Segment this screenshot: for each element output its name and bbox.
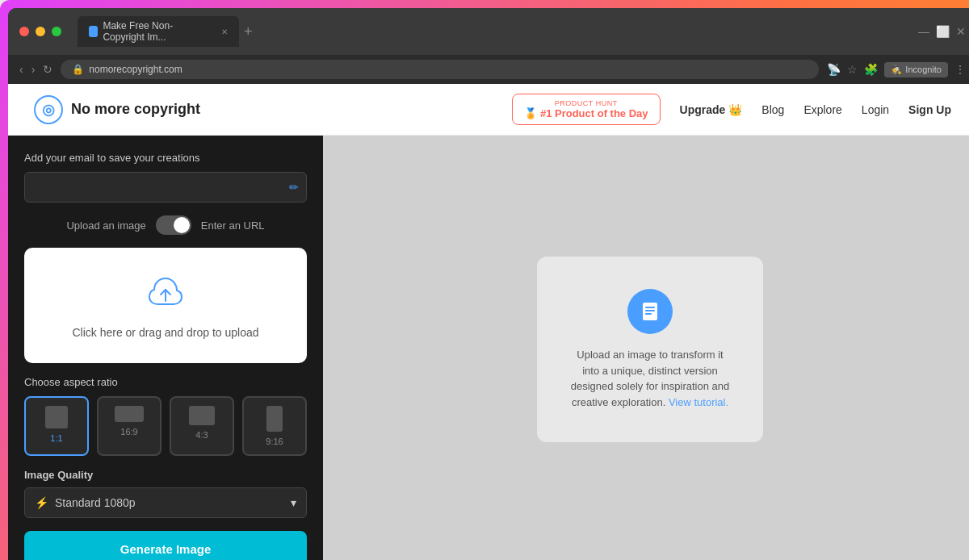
aspect-ratio-grid: 1:1 16:9 4:3 9:16 bbox=[24, 396, 307, 456]
tab-close-button[interactable]: ✕ bbox=[221, 27, 228, 36]
window-close-button[interactable]: ✕ bbox=[956, 25, 966, 38]
logo-icon: ◎ bbox=[34, 95, 63, 124]
explore-link[interactable]: Explore bbox=[803, 103, 841, 116]
cast-icon[interactable]: 📡 bbox=[827, 63, 841, 76]
aspect-btn-4-3[interactable]: 4:3 bbox=[170, 396, 234, 456]
upload-toggle-row: Upload an image Enter an URL bbox=[24, 215, 307, 235]
url-text: nomorecopyright.com bbox=[89, 64, 182, 75]
window-maximize-button[interactable]: ⬜ bbox=[936, 25, 950, 38]
crown-icon: 👑 bbox=[728, 103, 742, 116]
login-link[interactable]: Login bbox=[862, 103, 889, 116]
quality-arrow: ▾ bbox=[291, 496, 296, 509]
app-header: ◎ No more copyright PRODUCT HUNT 🏅 #1 Pr… bbox=[8, 84, 969, 136]
aspect-btn-9-16[interactable]: 9:16 bbox=[242, 396, 307, 456]
sidebar: Add your email to save your creations ✏ … bbox=[8, 136, 323, 560]
generate-button[interactable]: Generate Image bbox=[24, 531, 307, 560]
upload-label: Upload an image bbox=[66, 219, 145, 232]
quality-left: ⚡ Standard 1080p bbox=[35, 496, 136, 509]
svg-rect-1 bbox=[645, 307, 655, 308]
aspect-preview-16-9 bbox=[115, 406, 144, 422]
upload-cloud-icon bbox=[40, 272, 291, 318]
aspect-preview-1-1 bbox=[45, 406, 68, 428]
tutorial-link[interactable]: View tutorial. bbox=[669, 396, 728, 408]
signup-link[interactable]: Sign Up bbox=[908, 103, 951, 116]
aspect-label-1-1: 1:1 bbox=[50, 433, 62, 443]
aspect-btn-16-9[interactable]: 16:9 bbox=[97, 396, 162, 456]
forward-button[interactable]: › bbox=[31, 63, 36, 76]
bolt-icon: ⚡ bbox=[35, 496, 48, 509]
traffic-light-yellow[interactable] bbox=[36, 27, 45, 36]
svg-rect-3 bbox=[645, 313, 652, 315]
document-icon bbox=[627, 289, 673, 334]
quality-section: Image Quality ⚡ Standard 1080p ▾ bbox=[24, 469, 307, 518]
ph-medal: 🏅 bbox=[524, 107, 537, 119]
new-tab-button[interactable]: + bbox=[244, 23, 253, 40]
aspect-preview-9-16 bbox=[266, 406, 283, 432]
placeholder-description: Upload an image to transform it into a u… bbox=[569, 347, 731, 410]
logo-text: No more copyright bbox=[71, 101, 200, 118]
aspect-label-4-3: 4:3 bbox=[195, 430, 208, 440]
placeholder-card: Upload an image to transform it into a u… bbox=[537, 257, 763, 442]
email-input[interactable] bbox=[24, 172, 307, 203]
bookmark-icon[interactable]: ☆ bbox=[847, 63, 858, 76]
main-content: Upload an image to transform it into a u… bbox=[323, 136, 969, 560]
aspect-btn-1-1[interactable]: 1:1 bbox=[24, 396, 89, 456]
upload-text: Click here or drag and drop to upload bbox=[40, 326, 291, 339]
ph-rank: 🏅 #1 Product of the Day bbox=[524, 107, 648, 119]
incognito-label: Incognito bbox=[905, 65, 942, 74]
quality-value: Standard 1080p bbox=[55, 496, 136, 509]
tab-favicon bbox=[89, 26, 98, 37]
incognito-badge: 🕵 Incognito bbox=[884, 62, 948, 77]
refresh-button[interactable]: ↻ bbox=[43, 63, 52, 76]
svg-rect-2 bbox=[645, 310, 655, 311]
quality-label: Image Quality bbox=[24, 469, 307, 481]
address-bar[interactable]: 🔒 nomorecopyright.com bbox=[61, 60, 819, 79]
blog-link[interactable]: Blog bbox=[761, 103, 784, 116]
logo-area: ◎ No more copyright bbox=[34, 95, 512, 124]
extensions-icon[interactable]: 🧩 bbox=[864, 63, 878, 76]
upload-area[interactable]: Click here or drag and drop to upload bbox=[24, 248, 307, 363]
aspect-ratio-label: Choose aspect ratio bbox=[24, 376, 307, 388]
aspect-label-16-9: 16:9 bbox=[120, 427, 137, 437]
traffic-light-green[interactable] bbox=[52, 27, 61, 36]
email-input-wrapper: ✏ bbox=[24, 172, 307, 203]
menu-button[interactable]: ⋮ bbox=[954, 63, 966, 76]
traffic-light-red[interactable] bbox=[19, 27, 29, 36]
window-minimize-button[interactable]: — bbox=[918, 25, 929, 38]
main-layout: Add your email to save your creations ✏ … bbox=[8, 136, 969, 560]
back-button[interactable]: ‹ bbox=[19, 63, 23, 76]
tab-title: Make Free Non-Copyright Im... bbox=[103, 20, 212, 43]
upgrade-button[interactable]: Upgrade 👑 bbox=[680, 103, 743, 116]
product-hunt-badge: PRODUCT HUNT 🏅 #1 Product of the Day bbox=[512, 94, 661, 125]
ph-label: PRODUCT HUNT bbox=[524, 99, 648, 107]
upgrade-label: Upgrade bbox=[680, 103, 726, 116]
email-label: Add your email to save your creations bbox=[24, 152, 307, 164]
header-nav: PRODUCT HUNT 🏅 #1 Product of the Day Upg… bbox=[512, 94, 951, 125]
mode-toggle[interactable] bbox=[156, 215, 191, 235]
edit-icon: ✏ bbox=[289, 181, 299, 194]
toggle-knob bbox=[174, 217, 190, 233]
quality-select[interactable]: ⚡ Standard 1080p ▾ bbox=[24, 487, 307, 518]
aspect-preview-4-3 bbox=[189, 406, 215, 425]
browser-tab[interactable]: Make Free Non-Copyright Im... ✕ bbox=[78, 16, 239, 47]
url-label: Enter an URL bbox=[201, 219, 265, 232]
aspect-label-9-16: 9:16 bbox=[266, 437, 283, 446]
